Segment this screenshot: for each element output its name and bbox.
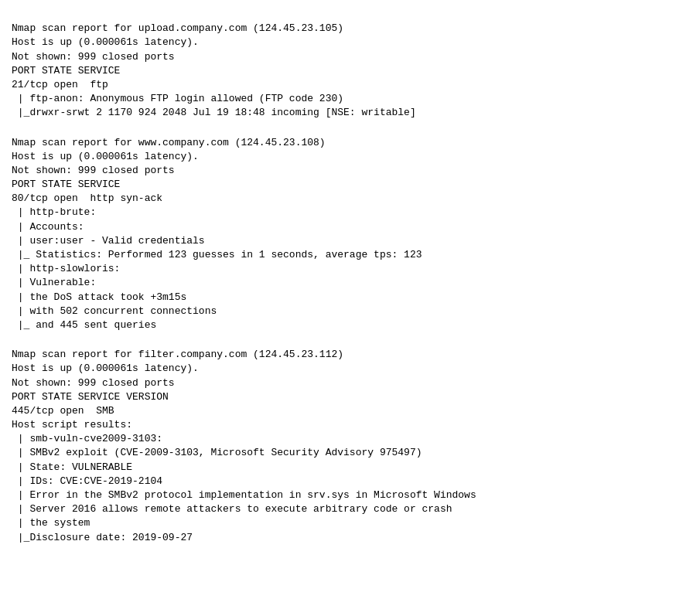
line-1-6: | ftp-anon: Anonymous FTP login allowed …: [12, 92, 681, 106]
line-3-11: | Error in the SMBv2 protocol implementa…: [12, 488, 681, 502]
line-3-12: | Server 2016 allows remote attackers to…: [12, 502, 681, 516]
scan-block-2: Nmap scan report for www.company.com (12…: [12, 136, 681, 333]
line-2-12: | the DoS attack took +3m15s: [12, 291, 681, 305]
line-2-7: | Accounts:: [12, 220, 681, 234]
line-3-6: Host script results:: [12, 418, 681, 432]
line-2-1: Nmap scan report for www.company.com (12…: [12, 136, 681, 150]
line-2-10: | http-slowloris:: [12, 262, 681, 276]
line-3-3: Not shown: 999 closed ports: [12, 376, 681, 390]
line-3-8: | SMBv2 exploit (CVE-2009-3103, Microsof…: [12, 446, 681, 460]
line-3-7: | smb-vuln-cve2009-3103:: [12, 432, 681, 446]
scan-block-1: Nmap scan report for upload.company.com …: [12, 22, 681, 120]
line-2-13: | with 502 concurrent connections: [12, 305, 681, 318]
line-1-5: 21/tcp open ftp: [12, 78, 681, 92]
line-2-8: | user:user - Valid credentials: [12, 234, 681, 248]
line-1-4: PORT STATE SERVICE: [12, 64, 681, 78]
line-1-2: Host is up (0.000061s latency).: [12, 36, 681, 49]
line-1-1: Nmap scan report for upload.company.com …: [12, 22, 681, 36]
line-3-13: | the system: [12, 516, 681, 530]
line-2-3: Not shown: 999 closed ports: [12, 164, 681, 178]
line-1-3: Not shown: 999 closed ports: [12, 50, 681, 64]
line-3-9: | State: VULNERABLE: [12, 461, 681, 475]
line-2-5: 80/tcp open http syn-ack: [12, 192, 681, 206]
line-3-1: Nmap scan report for filter.company.com …: [12, 348, 681, 362]
line-2-9: |_ Statistics: Performed 123 guesses in …: [12, 248, 681, 262]
line-3-4: PORT STATE SERVICE VERSION: [12, 390, 681, 404]
scan-block-3: Nmap scan report for filter.company.com …: [12, 348, 681, 545]
line-3-5: 445/tcp open SMB: [12, 404, 681, 418]
line-3-2: Host is up (0.000061s latency).: [12, 362, 681, 376]
line-2-11: | Vulnerable:: [12, 276, 681, 290]
line-1-7: |_drwxr-srwt 2 1170 924 2048 Jul 19 18:4…: [12, 106, 681, 120]
line-2-14: |_ and 445 sent queries: [12, 318, 681, 332]
line-2-4: PORT STATE SERVICE: [12, 178, 681, 192]
line-2-2: Host is up (0.000061s latency).: [12, 150, 681, 164]
line-3-10: | IDs: CVE:CVE-2019-2104: [12, 475, 681, 488]
line-2-6: | http-brute:: [12, 206, 681, 220]
terminal-output: Nmap scan report for upload.company.com …: [12, 8, 681, 545]
line-3-14: |_Disclosure date: 2019-09-27: [12, 531, 681, 545]
